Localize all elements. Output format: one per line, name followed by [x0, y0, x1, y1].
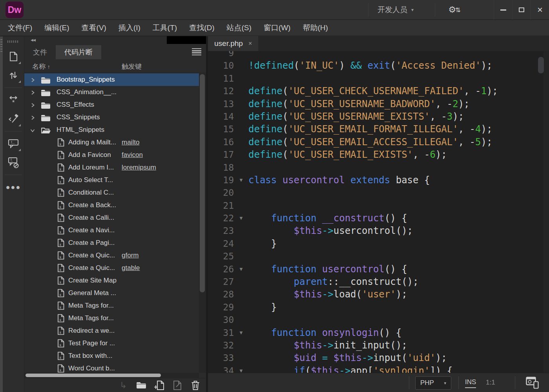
trigger-key[interactable]: gform: [122, 252, 139, 259]
menu-item[interactable]: 窗口(W): [264, 23, 291, 33]
apply-comment-button[interactable]: !..: [5, 135, 22, 152]
tree-snippet-row[interactable]: sAuto Select T...: [24, 174, 206, 186]
code-line: 9: [208, 51, 549, 59]
maximize-button[interactable]: [512, 0, 531, 20]
language-mode-select[interactable]: PHP ▾: [415, 376, 451, 390]
column-header-name[interactable]: 名称 ↑: [32, 62, 50, 71]
tree-folder-row[interactable]: Bootstrap_Snippets: [24, 73, 199, 86]
tab-files[interactable]: 文件: [24, 45, 56, 59]
code-fold-icon[interactable]: ▼: [234, 326, 248, 339]
tree-snippet-row[interactable]: sAdd Loreum I...loremipsum: [24, 161, 206, 174]
tree-snippet-row[interactable]: sCreate a Calli...: [24, 211, 206, 224]
new-snippet-button[interactable]: [154, 380, 164, 390]
chevron-right-icon[interactable]: [30, 77, 35, 82]
tree-snippet-row[interactable]: sText box with...: [24, 350, 206, 362]
workspace-switcher[interactable]: 开发人员 ▾: [378, 0, 414, 20]
menu-item[interactable]: 工具(T): [153, 23, 177, 33]
code-line: 33 $uid = $this->input('uid');: [208, 352, 549, 364]
toggle-word-wrap-button[interactable]: *: [5, 92, 22, 108]
tree-snippet-row[interactable]: sCreate Site Map: [24, 274, 206, 287]
open-documents-button[interactable]: [5, 48, 22, 65]
close-button[interactable]: ×: [531, 0, 549, 20]
code-fold-icon[interactable]: ▼: [234, 174, 248, 186]
scrollbar-thumb[interactable]: [200, 74, 205, 292]
code-fold-icon[interactable]: ▼: [234, 263, 248, 275]
tree-snippet-row[interactable]: sConditional C...: [24, 186, 206, 199]
code-line: 25: [208, 250, 549, 263]
menu-item[interactable]: 站点(S): [227, 23, 252, 33]
code-fold-icon[interactable]: ▼: [234, 212, 248, 224]
tab-snippets[interactable]: 代码片断: [56, 45, 101, 59]
trigger-key[interactable]: favicon: [122, 151, 143, 159]
line-number: 9: [208, 51, 234, 59]
insert-mode-indicator[interactable]: INS: [465, 378, 476, 388]
panel-menu-icon[interactable]: [192, 48, 201, 55]
dock-grip-handle[interactable]: [0, 39, 2, 53]
panel-horizontal-scrollbar[interactable]: [24, 373, 199, 378]
insert-snippet-button[interactable]: ↳: [118, 380, 128, 390]
column-header-trigger[interactable]: 触发键: [122, 62, 142, 71]
tree-snippet-row[interactable]: sRedirect a we...: [24, 325, 206, 337]
line-number: 12: [208, 85, 234, 97]
tree-snippet-row[interactable]: sCreate a Quic...gtable: [24, 262, 206, 274]
menu-item[interactable]: 插入(I): [119, 23, 140, 33]
tree-snippet-row[interactable]: sMeta Tags for...: [24, 312, 206, 325]
code-text: define('UC_USER_CHECK_USERNAME_FAILED', …: [248, 85, 498, 97]
collapse-panels-button[interactable]: ◀◀: [31, 38, 35, 42]
cursor-position-indicator: 1:1: [486, 379, 495, 387]
menu-item[interactable]: 帮助(H): [303, 23, 328, 33]
chevron-right-icon[interactable]: [30, 89, 35, 95]
device-preview-button[interactable]: [526, 377, 539, 390]
editor-scrollbar-track[interactable]: [544, 51, 549, 373]
panel-vertical-scrollbar[interactable]: [199, 73, 206, 373]
code-view[interactable]: 910!defined('IN_UC') && exit('Access Den…: [208, 51, 549, 373]
close-tab-icon[interactable]: ×: [248, 40, 252, 47]
tree-folder-row[interactable]: HTML_Snippets: [24, 124, 206, 136]
editor-scrollbar-thumb[interactable]: [538, 57, 544, 73]
minimize-button[interactable]: [494, 0, 512, 20]
new-folder-button[interactable]: [136, 380, 146, 390]
tree-item-label: Add Loreum I...: [68, 164, 114, 171]
workspace-gear-button[interactable]: ⚙ ⇅: [443, 2, 466, 17]
svg-text:*: *: [12, 99, 15, 106]
code-text: function usercontrol() {: [248, 263, 407, 275]
file-management-button[interactable]: [5, 67, 22, 84]
chevron-right-icon[interactable]: [30, 102, 35, 108]
tree-snippet-row[interactable]: sAdd a Faviconfavicon: [24, 149, 206, 161]
tree-snippet-row[interactable]: sGeneral Meta ...: [24, 287, 206, 299]
code-line: 11: [208, 72, 549, 85]
menu-item[interactable]: 查找(D): [189, 23, 214, 33]
customize-toolbar-button[interactable]: ●●●: [5, 179, 22, 195]
tree-snippet-row[interactable]: sCreate a Pagi...: [24, 237, 206, 249]
tree-snippet-row[interactable]: sCreate a Quic...gform: [24, 249, 206, 262]
tree-folder-row[interactable]: CSS_Effects: [24, 98, 206, 111]
document-tab-userphp[interactable]: user.php ×: [208, 36, 258, 51]
menu-item[interactable]: 编辑(E): [44, 23, 69, 33]
tree-snippet-row[interactable]: sMeta Tags for...: [24, 299, 206, 312]
tree-snippet-row[interactable]: sCreate a Back...: [24, 199, 206, 211]
menu-item[interactable]: 查看(V): [82, 23, 106, 33]
remove-comment-button[interactable]: !.: [5, 154, 22, 171]
delete-snippet-button[interactable]: [190, 380, 201, 390]
tree-folder-row[interactable]: CSS_Snippets: [24, 111, 206, 124]
tree-snippet-row[interactable]: sTest Page for ...: [24, 337, 206, 350]
tree-snippet-row[interactable]: sWord Count b...: [24, 362, 206, 373]
fold-gutter: [234, 301, 248, 314]
statusbar-separator: [458, 376, 459, 389]
tree-item-label: Add a Favicon: [68, 151, 111, 159]
chevron-down-icon[interactable]: [30, 127, 35, 133]
format-source-code-button[interactable]: [5, 111, 22, 127]
tree-folder-row[interactable]: CSS_Animation__...: [24, 86, 206, 98]
edit-snippet-button[interactable]: [172, 380, 182, 390]
svg-text:!..: !..: [11, 140, 15, 145]
tree-snippet-row[interactable]: sAdding a Mailt...mailto: [24, 136, 206, 149]
toolbar-grip-handle[interactable]: [7, 40, 19, 43]
trigger-key[interactable]: loremipsum: [122, 164, 156, 171]
menu-item[interactable]: 文件(F): [8, 23, 32, 33]
tree-snippet-row[interactable]: sCreate a Navi...: [24, 224, 206, 237]
scrollbar-thumb[interactable]: [26, 374, 161, 377]
trigger-key[interactable]: mailto: [122, 139, 139, 146]
trigger-key[interactable]: gtable: [122, 264, 140, 272]
code-fold-icon[interactable]: ▼: [234, 365, 248, 373]
chevron-right-icon[interactable]: [30, 115, 35, 120]
